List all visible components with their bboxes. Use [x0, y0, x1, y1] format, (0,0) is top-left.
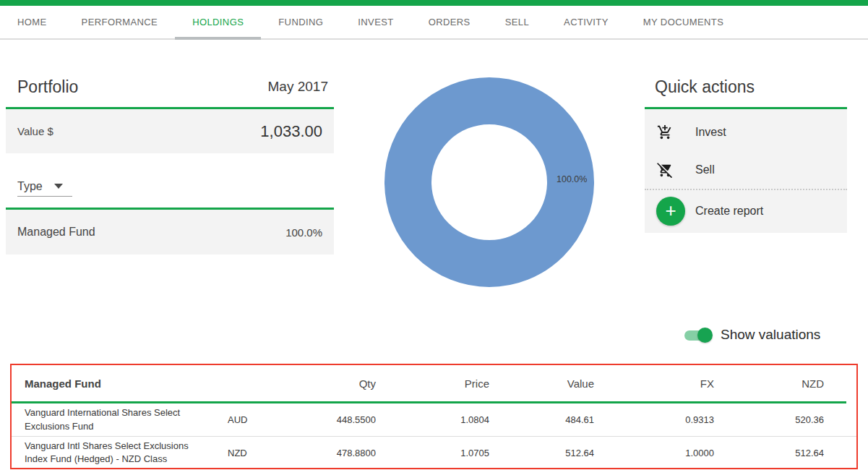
show-valuations-label: Show valuations — [721, 327, 820, 343]
show-valuations-toggle[interactable] — [684, 329, 710, 341]
fund-price: 1.0804 — [376, 414, 489, 425]
breakdown-percent: 100.0% — [285, 226, 322, 239]
quick-actions-header: Quick actions — [645, 72, 847, 101]
quick-actions-panel: Invest Sell + Create report — [645, 109, 847, 233]
add-shopping-cart-icon — [656, 124, 674, 141]
valuations-toggle-row: Show valuations — [684, 327, 820, 343]
nav-tab-home[interactable]: HOME — [0, 6, 64, 38]
portfolio-period: May 2017 — [268, 79, 328, 95]
quick-action-create-report[interactable]: + Create report — [645, 190, 847, 232]
nav-tab-invest[interactable]: INVEST — [340, 6, 411, 38]
nav-tab-holdings[interactable]: HOLDINGS — [175, 6, 261, 38]
header-fx: FX — [594, 377, 714, 390]
holdings-table: Managed Fund Qty Price Value FX NZD Vang… — [10, 364, 858, 469]
plus-fab-icon[interactable]: + — [656, 197, 685, 226]
fund-name: Vanguard Intl Shares Select Exclusions I… — [25, 440, 202, 466]
breakdown-label: Managed Fund — [17, 226, 95, 239]
fund-value: 512.64 — [489, 448, 594, 458]
nav-tab-orders[interactable]: ORDERS — [411, 6, 488, 38]
fund-currency: NZD — [228, 448, 272, 458]
fund-qty: 478.8800 — [272, 448, 376, 458]
header-managed-fund: Managed Fund — [25, 377, 228, 390]
nav-tab-sell[interactable]: SELL — [488, 6, 546, 38]
table-row: Vanguard International Shares Select Exc… — [12, 403, 856, 436]
donut-segment-managed-fund — [408, 101, 571, 264]
fund-nzd: 520.36 — [714, 414, 824, 425]
toggle-knob — [697, 328, 713, 343]
donut-segment-label: 100.0% — [557, 174, 587, 184]
quick-action-invest-label: Invest — [695, 126, 726, 139]
quick-actions-title: Quick actions — [655, 77, 755, 97]
chevron-down-icon — [54, 184, 63, 189]
plus-glyph: + — [665, 201, 676, 220]
fund-currency: AUD — [228, 414, 272, 425]
brand-bar — [0, 0, 868, 6]
portfolio-value-amount: 1,033.00 — [260, 122, 322, 141]
fund-price: 1.0705 — [376, 448, 489, 458]
nav-tab-activity[interactable]: ACTIVITY — [546, 6, 626, 38]
type-dropdown-label: Type — [17, 180, 43, 193]
quick-action-sell-label: Sell — [695, 163, 715, 176]
quick-action-sell[interactable]: Sell — [645, 151, 847, 189]
remove-shopping-cart-icon — [656, 161, 674, 179]
breakdown-row: Managed Fund 100.0% — [6, 210, 334, 255]
portfolio-title: Portfolio — [17, 77, 78, 97]
nav-tab-my-documents[interactable]: MY DOCUMENTS — [626, 6, 741, 38]
fund-fx: 0.9313 — [594, 414, 714, 425]
fund-qty: 448.5500 — [272, 414, 376, 425]
holdings-table-header: Managed Fund Qty Price Value FX NZD — [12, 365, 856, 401]
nav-tab-holdings-label: HOLDINGS — [192, 17, 244, 27]
type-dropdown[interactable]: Type — [17, 176, 72, 197]
header-qty: Qty — [272, 377, 376, 390]
fund-value: 484.61 — [489, 414, 594, 425]
active-tab-indicator — [175, 37, 261, 40]
fund-nzd: 512.64 — [714, 448, 824, 458]
portfolio-value-row: Value $ 1,033.00 — [6, 109, 334, 153]
quick-action-invest[interactable]: Invest — [645, 114, 847, 151]
nav-tab-funding[interactable]: FUNDING — [261, 6, 340, 38]
header-value: Value — [489, 377, 594, 390]
quick-action-create-report-label: Create report — [695, 205, 763, 218]
main-nav: HOME PERFORMANCE HOLDINGS FUNDING INVEST… — [0, 6, 868, 40]
table-row: Vanguard Intl Shares Select Exclusions I… — [12, 436, 856, 469]
header-nzd: NZD — [714, 377, 824, 390]
fund-name: Vanguard International Shares Select Exc… — [25, 406, 202, 432]
header-price: Price — [376, 377, 489, 390]
portfolio-header: Portfolio May 2017 — [6, 72, 334, 101]
fund-fx: 1.0000 — [594, 448, 714, 458]
nav-tab-performance[interactable]: PERFORMANCE — [64, 6, 176, 38]
portfolio-value-label: Value $ — [17, 125, 53, 137]
